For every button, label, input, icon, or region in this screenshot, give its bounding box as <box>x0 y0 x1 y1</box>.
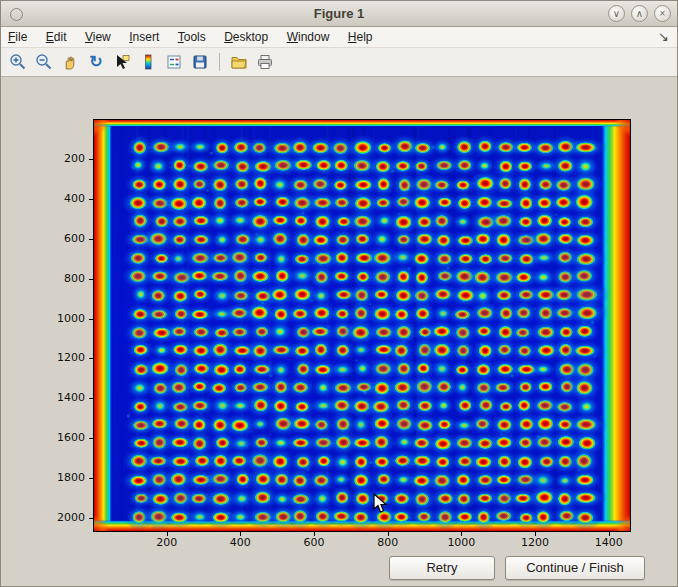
toolbar: ↻ <box>1 48 677 77</box>
pan-button[interactable] <box>58 50 82 74</box>
save-figure-button[interactable] <box>188 50 212 74</box>
close-button[interactable]: × <box>654 5 671 22</box>
minimize-button[interactable]: ∨ <box>608 5 625 22</box>
zoom-in-icon <box>9 53 27 71</box>
x-tick-label: 1200 <box>515 536 555 549</box>
retry-button[interactable]: Retry <box>389 556 495 580</box>
y-tick-mark <box>89 358 93 359</box>
menu-insert[interactable]: Insert <box>122 27 166 46</box>
x-tick-label: 600 <box>294 536 334 549</box>
x-tick-mark <box>535 532 536 536</box>
menu-window[interactable]: Window <box>280 27 337 46</box>
maximize-button[interactable]: ∧ <box>631 5 648 22</box>
y-tick-label: 200 <box>43 152 85 165</box>
menu-tools[interactable]: Tools <box>171 27 213 46</box>
titlebar[interactable]: Figure 1 ∨ ∧ × <box>1 1 677 27</box>
printer-icon <box>256 53 274 71</box>
insert-colorbar-button[interactable] <box>136 50 160 74</box>
y-tick-mark <box>89 398 93 399</box>
y-tick-label: 600 <box>43 232 85 245</box>
y-tick-label: 1400 <box>43 391 85 404</box>
y-tick-mark <box>89 279 93 280</box>
dock-figure-icon[interactable]: ↘ <box>658 29 669 44</box>
y-tick-label: 400 <box>43 192 85 205</box>
y-tick-mark <box>89 239 93 240</box>
pan-hand-icon <box>61 53 79 71</box>
toolbar-separator <box>219 53 220 71</box>
window-title: Figure 1 <box>1 6 677 21</box>
save-icon <box>191 53 209 71</box>
y-tick-mark <box>89 438 93 439</box>
x-tick-mark <box>167 532 168 536</box>
y-tick-label: 800 <box>43 272 85 285</box>
data-cursor-icon <box>113 53 131 71</box>
open-folder-icon <box>230 53 248 71</box>
y-tick-mark <box>89 199 93 200</box>
y-tick-mark <box>89 319 93 320</box>
y-tick-label: 2000 <box>43 511 85 524</box>
zoom-in-button[interactable] <box>6 50 30 74</box>
legend-icon <box>165 53 183 71</box>
insert-legend-button[interactable] <box>162 50 186 74</box>
x-tick-label: 1000 <box>441 536 481 549</box>
figure-canvas-area: 2004006008001000120014001600180020002004… <box>1 77 678 587</box>
x-tick-label: 400 <box>220 536 260 549</box>
menubar: File Edit View Insert Tools Desktop Wind… <box>1 27 677 48</box>
menu-edit[interactable]: Edit <box>39 27 74 46</box>
rotate-3d-button[interactable]: ↻ <box>84 50 108 74</box>
menu-view[interactable]: View <box>78 27 118 46</box>
y-tick-mark <box>89 478 93 479</box>
continue-finish-button[interactable]: Continue / Finish <box>505 556 645 580</box>
y-tick-label: 1200 <box>43 351 85 364</box>
figure-window: Figure 1 ∨ ∧ × File Edit View Insert Too… <box>0 0 678 587</box>
menu-file[interactable]: File <box>1 27 34 46</box>
y-tick-label: 1600 <box>43 431 85 444</box>
x-tick-mark <box>609 532 610 536</box>
y-tick-label: 1000 <box>43 312 85 325</box>
x-tick-mark <box>314 532 315 536</box>
x-tick-label: 200 <box>147 536 187 549</box>
y-tick-mark <box>89 159 93 160</box>
x-tick-mark <box>388 532 389 536</box>
x-tick-mark <box>461 532 462 536</box>
heatmap-image[interactable] <box>93 119 631 532</box>
rotate-3d-icon: ↻ <box>89 53 102 71</box>
y-tick-label: 1800 <box>43 471 85 484</box>
data-cursor-button[interactable] <box>110 50 134 74</box>
menu-desktop[interactable]: Desktop <box>217 27 275 46</box>
zoom-out-button[interactable] <box>32 50 56 74</box>
open-file-button[interactable] <box>227 50 251 74</box>
x-tick-label: 800 <box>368 536 408 549</box>
zoom-out-icon <box>35 53 53 71</box>
y-tick-mark <box>89 518 93 519</box>
window-controls: ∨ ∧ × <box>602 5 671 22</box>
x-tick-label: 1400 <box>589 536 629 549</box>
x-tick-mark <box>240 532 241 536</box>
colorbar-icon <box>139 53 157 71</box>
print-figure-button[interactable] <box>253 50 277 74</box>
menu-help[interactable]: Help <box>341 27 380 46</box>
